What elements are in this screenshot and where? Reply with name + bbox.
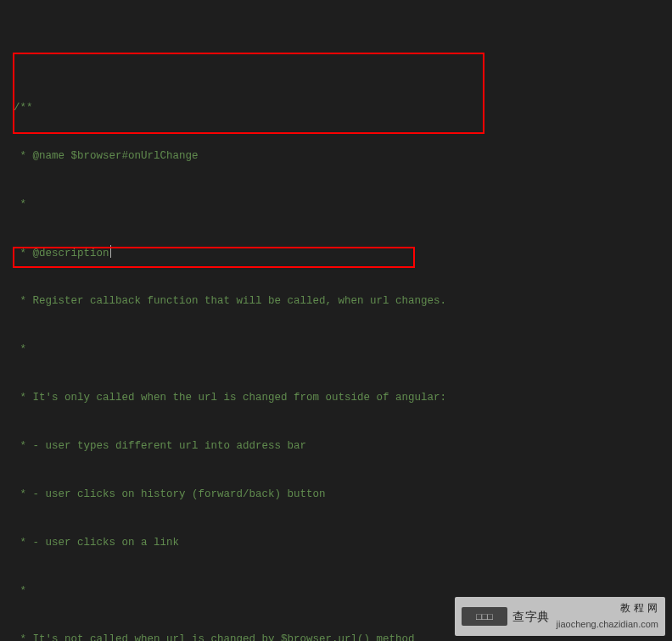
doc-description-tag-text: * @description	[14, 248, 109, 259]
watermark-brand: 查字典	[512, 609, 550, 625]
doc-desc2: * It's only called when the url is chang…	[14, 390, 672, 406]
doc-desc1: * Register callback function that will b…	[14, 293, 672, 309]
doc-open: /**	[14, 100, 672, 116]
text-cursor	[110, 245, 111, 258]
watermark-banner: □□□ 查字典 教 程 网 jiaocheng.chazidian.com	[455, 597, 665, 636]
doc-name: * @name $browser#onUrlChange	[14, 148, 672, 164]
watermark-url: jiaocheng.chazidian.com	[557, 616, 658, 633]
doc-s1: *	[14, 197, 672, 213]
watermark-logo: □□□	[462, 607, 507, 626]
watermark-tag: 教 程 网	[620, 600, 658, 616]
doc-u3: * - user clicks on a link	[14, 535, 672, 551]
code-editor[interactable]: /** * @name $browser#onUrlChange * * @de…	[0, 64, 672, 641]
doc-u1: * - user types different url into addres…	[14, 438, 672, 454]
doc-s2: *	[14, 342, 672, 358]
doc-u2: * - user clicks on history (forward/back…	[14, 487, 672, 503]
doc-description-tag: * @description	[14, 245, 672, 261]
